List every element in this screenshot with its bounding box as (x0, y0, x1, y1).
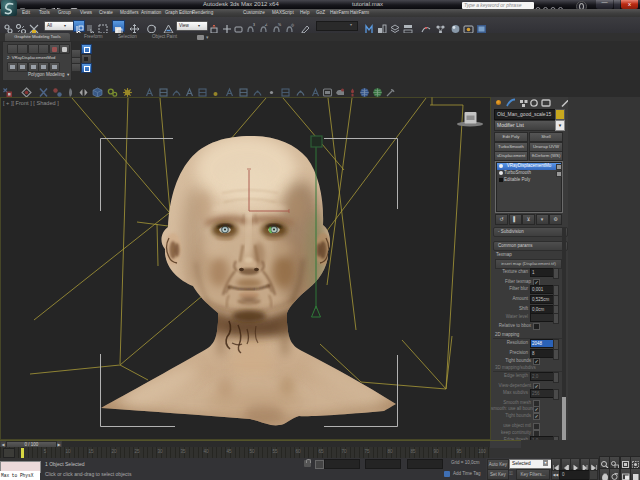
svg-text:[ + ][ Front ] [ Shaded ]: [ + ][ Front ] [ Shaded ] (3, 100, 59, 106)
